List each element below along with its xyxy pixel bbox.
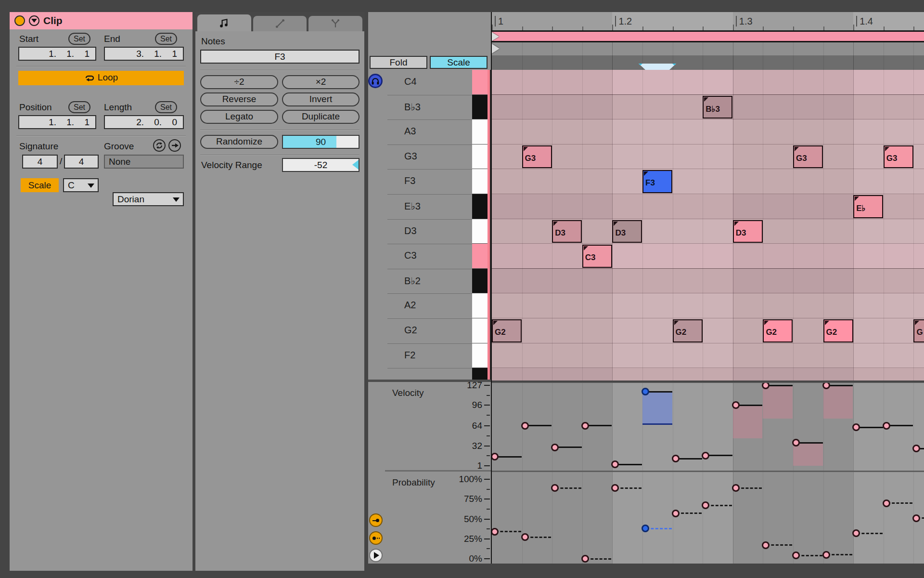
tab-notes[interactable] [197,14,251,31]
halve-time-button[interactable]: ÷2 [200,75,278,89]
signature-numerator-field[interactable]: 4 [22,155,58,169]
insert-marker[interactable] [639,64,676,70]
start-time-field[interactable]: 1. 1. 1 [18,47,96,61]
piano-key-A2[interactable] [472,293,488,318]
clip-collapse-toggle[interactable] [29,15,39,26]
velocity-lane[interactable] [491,383,924,471]
double-time-button[interactable]: ×2 [282,75,359,89]
velocity-stem [706,455,732,456]
length-field[interactable]: 2. 0. 0 [104,115,184,129]
probability-lane-toggle[interactable] [369,531,383,545]
midi-note-G3-step10[interactable]: G3 [793,145,823,169]
probability-marker-G3-step1[interactable] [521,533,529,541]
piano-key-Bb3[interactable] [472,95,488,120]
clip-start-marker[interactable] [492,44,500,53]
scale-mode-button[interactable]: Scale [21,178,59,192]
velocity-marker-G3-step13[interactable] [883,422,890,430]
velocity-marker-Bb3-step7[interactable] [702,452,709,460]
note-editor-grid[interactable]: 11.21.31.4G2G3D3C3D3F3G2B♭3D3G2G3G2E♭G3G [491,12,924,564]
piano-key-D3[interactable] [472,219,488,244]
probability-marker-C3-step3[interactable] [581,555,589,563]
randomize-amount-slider[interactable]: 90 [282,135,359,149]
piano-key-G2[interactable] [472,318,488,343]
velocity-marker-G3-step1[interactable] [521,422,529,430]
end-set-button[interactable]: Set [155,33,177,45]
loop-button[interactable]: Loop [18,71,184,85]
probability-corner-icon [674,321,679,325]
scale-highlight-button[interactable]: Scale [430,56,488,69]
probability-marker-G2-step11[interactable] [822,551,830,559]
velocity-marker-G2-step6[interactable] [672,455,680,462]
midi-note-G2-step6[interactable]: G2 [673,319,703,342]
probability-marker-G2-step0[interactable] [491,528,499,536]
piano-key-Eb3[interactable] [472,194,488,219]
probability-marker-G3-step13[interactable] [883,499,890,507]
probability-corner-icon [825,321,829,325]
midi-note-G3-step1[interactable]: G3 [522,145,552,169]
tab-expression[interactable] [308,16,362,31]
midi-note-G-step14[interactable]: G [913,319,924,342]
piano-key-Bb2[interactable] [472,269,488,294]
midi-note-D3-step2[interactable]: D3 [552,220,582,243]
midi-note-C3-step3[interactable]: C3 [582,245,612,268]
tab-envelopes[interactable] [253,16,307,31]
scale-root-dropdown[interactable]: C [63,178,99,192]
midi-note-D3-step8[interactable]: D3 [733,220,763,243]
length-set-button[interactable]: Set [155,101,177,113]
midi-note-D3-step4[interactable]: D3 [612,220,642,243]
piano-roll-gutter: Fold Scale C4B♭3A3G3F3E♭3D3C3B♭2A2G2F2 V… [368,12,491,564]
clip-launch-button[interactable] [14,15,25,26]
piano-key-Eb2[interactable] [472,368,488,381]
position-field[interactable]: 1. 1. 1 [18,115,96,129]
velocity-lane-toggle[interactable] [369,513,383,527]
velocity-range-field[interactable]: -52 [282,158,359,172]
loop-start-marker[interactable] [492,32,499,41]
piano-key-F2[interactable] [472,343,488,368]
groove-chooser[interactable]: None [104,155,184,169]
midi-note-G2-step0[interactable]: G2 [492,319,522,342]
piano-key-G3[interactable] [472,144,488,170]
velocity-marker-D3-step8[interactable] [732,401,740,409]
midi-note-G2-step11[interactable]: G2 [823,319,853,342]
velocity-marker-icon [372,519,379,522]
midi-note-Bb3-step7[interactable]: B♭3 [703,96,732,119]
midi-note-G2-step9[interactable]: G2 [763,319,793,342]
scrub-area[interactable] [491,42,924,55]
scale-name-dropdown[interactable]: Dorian [113,192,184,206]
piano-key-C3[interactable] [472,244,488,269]
start-set-button[interactable]: Set [68,33,90,45]
probability-marker-G2-step6[interactable] [672,510,680,517]
signature-denominator-field[interactable]: 4 [64,155,99,169]
start-label: Start [19,34,38,44]
invert-button[interactable]: Invert [282,92,359,106]
velocity-marker-D3-step2[interactable] [551,444,559,451]
position-set-button[interactable]: Set [68,101,90,113]
piano-key-C4[interactable] [472,70,488,95]
fold-button[interactable]: Fold [370,56,427,69]
legato-button[interactable]: Legato [200,110,278,124]
end-time-field[interactable]: 3. 1. 1 [104,47,184,61]
reverse-button[interactable]: Reverse [200,92,278,106]
clip-start-line [491,12,492,564]
probability-lane[interactable] [491,472,924,564]
probability-marker-D3-step8[interactable] [732,484,740,492]
midi-note-F3-step5[interactable]: F3 [642,170,672,193]
randomize-button[interactable]: Randomize [200,135,278,149]
piano-key-A3[interactable] [472,119,488,144]
key-name-A2: A2 [404,300,416,311]
velocity-marker-G2-step11[interactable] [822,383,830,389]
piano-key-F3[interactable] [472,169,488,194]
loop-bar[interactable] [491,30,924,42]
marker-lane[interactable] [491,55,924,70]
velocity-marker-C3-step3[interactable] [581,422,589,430]
beat-ruler[interactable]: 11.21.31.4 [491,12,924,30]
midi-note-Eb-step12[interactable]: E♭ [853,195,883,218]
duplicate-button[interactable]: Duplicate [282,110,359,124]
preview-headphone-button[interactable] [368,74,383,88]
note-grid[interactable]: G2G3D3C3D3F3G2B♭3D3G2G3G2E♭G3G [491,70,924,381]
commit-groove-button[interactable] [153,139,166,152]
preview-play-button[interactable] [369,549,383,562]
pitch-field[interactable]: F3 [200,50,359,64]
apply-groove-button[interactable] [168,139,181,152]
midi-note-G3-step13[interactable]: G3 [884,145,913,169]
